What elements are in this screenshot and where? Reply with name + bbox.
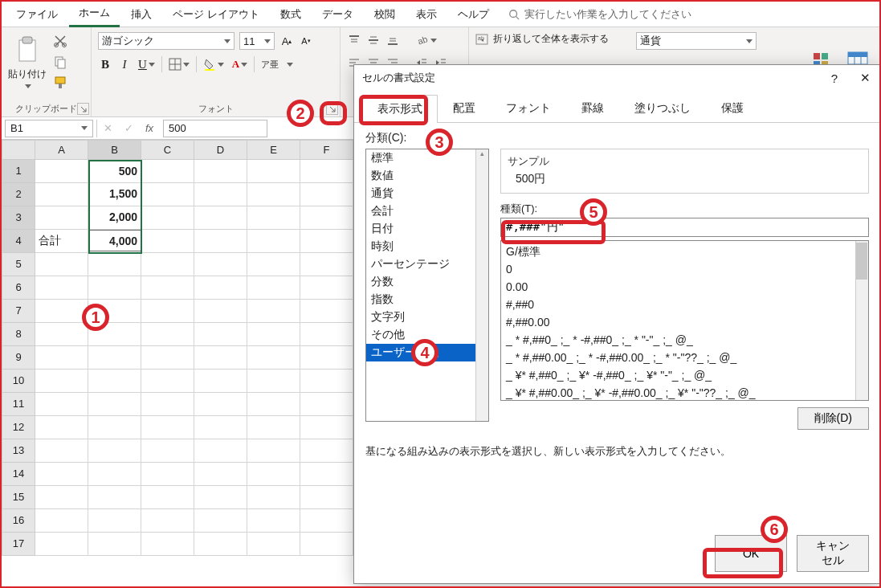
- row-header[interactable]: 15: [2, 486, 35, 509]
- cell[interactable]: 合計: [35, 230, 88, 253]
- font-size-select[interactable]: 11: [239, 32, 275, 50]
- row-header[interactable]: 17: [2, 533, 35, 556]
- cell[interactable]: [194, 533, 247, 556]
- italic-button[interactable]: I: [117, 56, 132, 72]
- font-name-select[interactable]: 游ゴシック: [98, 32, 235, 50]
- cell[interactable]: [141, 230, 194, 253]
- cell[interactable]: [88, 276, 141, 300]
- cell[interactable]: [194, 486, 247, 509]
- cell[interactable]: [35, 533, 88, 556]
- copy-icon[interactable]: [53, 55, 67, 69]
- col-header[interactable]: C: [141, 140, 194, 160]
- col-header[interactable]: B: [88, 140, 141, 160]
- cell[interactable]: [88, 253, 141, 276]
- cell[interactable]: [35, 370, 88, 393]
- tab-page-layout[interactable]: ページ レイアウト: [163, 2, 269, 27]
- cell[interactable]: [141, 183, 194, 206]
- cell[interactable]: [141, 370, 194, 393]
- shrink-font-button[interactable]: A▾: [299, 33, 313, 49]
- cell[interactable]: [141, 533, 194, 556]
- cell[interactable]: [194, 416, 247, 439]
- type-list-item[interactable]: 0: [506, 260, 863, 278]
- scrollbar-thumb[interactable]: [856, 243, 867, 280]
- cell[interactable]: [194, 206, 247, 230]
- type-list-item[interactable]: G/標準: [506, 243, 863, 260]
- cell[interactable]: 500: [88, 160, 141, 183]
- cell[interactable]: [300, 463, 353, 486]
- type-list-item[interactable]: _ * #,##0.00_ ;_ * -#,##0.00_ ;_ * "-"??…: [506, 349, 863, 366]
- cell[interactable]: [35, 323, 88, 346]
- font-color-button[interactable]: A: [230, 56, 249, 72]
- scrollbar[interactable]: ▴: [475, 149, 488, 421]
- format-painter-icon[interactable]: [53, 76, 67, 90]
- cell[interactable]: [141, 160, 194, 183]
- cell[interactable]: [247, 230, 300, 253]
- font-launcher[interactable]: [326, 103, 338, 115]
- row-header[interactable]: 3: [2, 206, 35, 230]
- cell[interactable]: [88, 533, 141, 556]
- cell[interactable]: [247, 486, 300, 509]
- align-bottom-button[interactable]: [385, 32, 400, 48]
- cell[interactable]: [194, 509, 247, 533]
- type-input[interactable]: [500, 218, 869, 237]
- cell[interactable]: [300, 370, 353, 393]
- tab-view[interactable]: 表示: [406, 2, 447, 27]
- row-header[interactable]: 13: [2, 439, 35, 463]
- cell[interactable]: [247, 346, 300, 370]
- enter-formula-icon[interactable]: ✓: [118, 122, 139, 134]
- cell[interactable]: [194, 393, 247, 416]
- cell[interactable]: 1,500: [88, 183, 141, 206]
- cell[interactable]: [35, 160, 88, 183]
- tab-formula[interactable]: 数式: [271, 2, 311, 27]
- cell[interactable]: [300, 300, 353, 323]
- cell[interactable]: [247, 300, 300, 323]
- phonetic-button[interactable]: ア亜: [259, 56, 280, 72]
- cell[interactable]: [247, 370, 300, 393]
- cell[interactable]: 4,000: [88, 230, 141, 253]
- cell[interactable]: [141, 253, 194, 276]
- cell[interactable]: 2,000: [88, 206, 141, 230]
- tab-insert[interactable]: 挿入: [121, 2, 161, 27]
- cell[interactable]: [247, 253, 300, 276]
- cell[interactable]: [88, 486, 141, 509]
- type-list-item[interactable]: _ ¥* #,##0.00_ ;_ ¥* -#,##0.00_ ;_ ¥* "-…: [506, 384, 863, 401]
- underline-button[interactable]: U: [137, 56, 157, 72]
- cell[interactable]: [194, 253, 247, 276]
- cell[interactable]: [300, 486, 353, 509]
- cell[interactable]: [141, 206, 194, 230]
- orientation-button[interactable]: ab: [414, 32, 438, 48]
- cell[interactable]: [300, 230, 353, 253]
- col-header[interactable]: F: [300, 140, 353, 160]
- dlg-tab-border[interactable]: 罫線: [566, 94, 619, 122]
- cell[interactable]: [88, 393, 141, 416]
- cell[interactable]: [35, 463, 88, 486]
- cell[interactable]: [194, 346, 247, 370]
- cell[interactable]: [247, 160, 300, 183]
- clipboard-launcher[interactable]: [77, 103, 89, 115]
- cell[interactable]: [141, 323, 194, 346]
- cell[interactable]: [88, 509, 141, 533]
- fx-icon[interactable]: fx: [139, 122, 160, 134]
- cell[interactable]: [247, 276, 300, 300]
- row-header[interactable]: 8: [2, 323, 35, 346]
- row-header[interactable]: 4: [2, 230, 35, 253]
- number-format-select[interactable]: 通貨: [636, 32, 757, 50]
- type-list-item[interactable]: #,##0: [506, 296, 863, 313]
- cell[interactable]: [247, 183, 300, 206]
- cell[interactable]: [35, 206, 88, 230]
- cell[interactable]: [141, 346, 194, 370]
- cell[interactable]: [35, 300, 88, 323]
- cell[interactable]: [247, 509, 300, 533]
- cell[interactable]: [247, 533, 300, 556]
- wrap-text-button[interactable]: 折り返して全体を表示する: [493, 32, 609, 46]
- cell[interactable]: [141, 463, 194, 486]
- cell[interactable]: [141, 393, 194, 416]
- borders-button[interactable]: [167, 56, 191, 72]
- formula-input[interactable]: 500: [163, 120, 267, 137]
- cell[interactable]: [300, 323, 353, 346]
- row-header[interactable]: 9: [2, 346, 35, 370]
- cell[interactable]: [141, 416, 194, 439]
- tab-review[interactable]: 校閲: [365, 2, 405, 27]
- cell[interactable]: [35, 439, 88, 463]
- cell[interactable]: [300, 393, 353, 416]
